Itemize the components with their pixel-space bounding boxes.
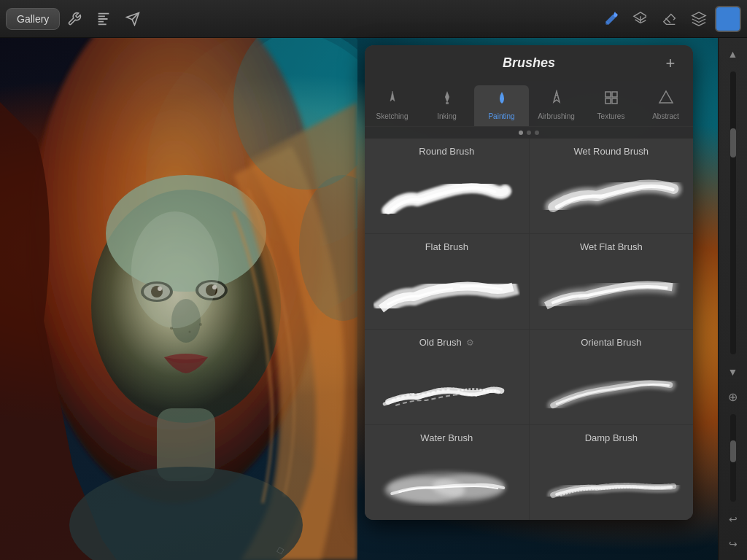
brush-item-water-brush[interactable]: Water Brush: [365, 425, 529, 520]
brush-item-old-brush[interactable]: Old Brush ⚙: [365, 330, 529, 424]
svg-marker-27: [390, 91, 395, 101]
svg-point-14: [131, 211, 219, 328]
wrench-icon[interactable]: [61, 6, 88, 32]
brush-preview-wet-round-brush: [538, 161, 685, 227]
svg-rect-36: [612, 98, 617, 104]
tab-textures[interactable]: Textures: [584, 85, 638, 126]
tab-painting[interactable]: Painting: [474, 85, 529, 126]
brush-preview-old-brush: [374, 352, 520, 418]
brush-preview-water-brush: [374, 448, 520, 513]
tab-airbrushing[interactable]: Airbrushing: [529, 85, 584, 126]
abstract-icon: [658, 90, 674, 109]
tab-sketching[interactable]: Sketching: [365, 85, 419, 126]
brush-tool-icon[interactable]: [598, 6, 624, 32]
brush-preview-flat-brush: [374, 257, 520, 322]
size-slider[interactable]: [730, 414, 736, 502]
sketching-icon: [384, 90, 400, 109]
opacity-slider[interactable]: [730, 71, 736, 354]
svg-marker-29: [554, 91, 560, 102]
brush-preview-oriental-brush: [538, 352, 685, 418]
svg-marker-37: [659, 91, 673, 103]
svg-point-31: [554, 97, 556, 98]
tab-textures-label: Textures: [597, 112, 625, 120]
airbrushing-icon: [549, 90, 565, 109]
redo-icon[interactable]: ↪: [723, 534, 743, 554]
brush-item-round-brush[interactable]: Round Brush: [365, 139, 529, 233]
brush-preview-round-brush: [374, 161, 520, 227]
smudge-tool-icon[interactable]: [627, 6, 654, 32]
brush-name-wet-flat-brush: Wet Flat Brush: [538, 241, 685, 252]
svg-point-30: [556, 95, 557, 96]
brush-name-oriental-brush: Oriental Brush: [538, 337, 685, 348]
strokes-icon[interactable]: [90, 6, 117, 32]
svg-rect-28: [446, 102, 449, 104]
tab-inking-label: Inking: [437, 112, 457, 120]
brush-name-flat-brush: Flat Brush: [374, 241, 520, 252]
toolbar-right: [598, 6, 741, 32]
brush-preview-wet-flat-brush: [538, 257, 685, 322]
tab-sketching-label: Sketching: [376, 112, 409, 120]
inking-icon: [439, 90, 455, 109]
layers-icon[interactable]: [686, 6, 712, 32]
brush-item-oriental-brush[interactable]: Oriental Brush: [530, 330, 694, 424]
undo-icon[interactable]: ↩: [723, 509, 743, 529]
chevron-down-icon[interactable]: ▼: [723, 362, 743, 382]
brush-grid: Round Brush Wet Round Brush: [365, 139, 693, 520]
tab-pagination: [365, 127, 693, 139]
brush-item-damp-brush[interactable]: Damp Brush: [530, 425, 694, 520]
opacity-thumb: [730, 128, 736, 158]
brush-preview-damp-brush: [538, 448, 685, 513]
svg-point-18: [189, 331, 191, 333]
color-picker[interactable]: [715, 6, 741, 32]
svg-rect-33: [605, 92, 611, 97]
brush-name-old-brush: Old Brush ⚙: [374, 337, 520, 348]
eraser-tool-icon[interactable]: [657, 6, 683, 32]
gallery-button[interactable]: Gallery: [6, 8, 60, 30]
brushes-panel: Brushes + Sketching Inking: [365, 45, 693, 520]
tab-abstract-label: Abstract: [652, 112, 679, 120]
brush-name-wet-round-brush: Wet Round Brush: [538, 146, 685, 157]
panel-header: Brushes +: [365, 45, 693, 81]
painting-icon: [494, 90, 510, 109]
brush-item-wet-flat-brush[interactable]: Wet Flat Brush: [530, 234, 694, 329]
category-tabs: Sketching Inking Painting: [365, 81, 693, 127]
add-brush-button[interactable]: +: [659, 52, 681, 74]
brush-item-flat-brush[interactable]: Flat Brush: [365, 234, 529, 329]
brush-name-damp-brush: Damp Brush: [538, 432, 685, 443]
toolbar: Gallery: [0, 0, 747, 38]
tab-painting-label: Painting: [488, 112, 514, 120]
dot-1: [519, 131, 523, 135]
brush-name-round-brush: Round Brush: [374, 146, 520, 157]
portrait-artwork: ◇: [0, 29, 357, 560]
tab-abstract[interactable]: Abstract: [638, 85, 693, 126]
svg-rect-35: [605, 98, 611, 104]
old-brush-settings-icon[interactable]: ⚙: [466, 338, 474, 348]
svg-point-17: [170, 327, 173, 330]
tab-airbrushing-label: Airbrushing: [538, 112, 575, 120]
size-thumb: [730, 440, 736, 462]
svg-marker-26: [692, 12, 705, 18]
brush-item-wet-round-brush[interactable]: Wet Round Brush: [530, 139, 694, 233]
svg-point-25: [605, 22, 608, 25]
crosshair-icon[interactable]: ⊕: [723, 386, 743, 407]
chevron-up-icon[interactable]: ▲: [723, 44, 743, 64]
dot-3: [535, 131, 539, 135]
dot-2: [527, 131, 531, 135]
svg-point-32: [557, 97, 559, 98]
textures-icon: [603, 90, 619, 109]
brush-name-water-brush: Water Brush: [374, 432, 520, 443]
svg-point-19: [199, 323, 202, 326]
svg-rect-34: [612, 92, 617, 97]
share-icon[interactable]: [120, 6, 146, 32]
tab-inking[interactable]: Inking: [419, 85, 474, 126]
panel-title: Brushes: [503, 55, 555, 71]
right-controls-panel: ▲ ▼ ⊕ ↩ ↪: [718, 38, 747, 560]
